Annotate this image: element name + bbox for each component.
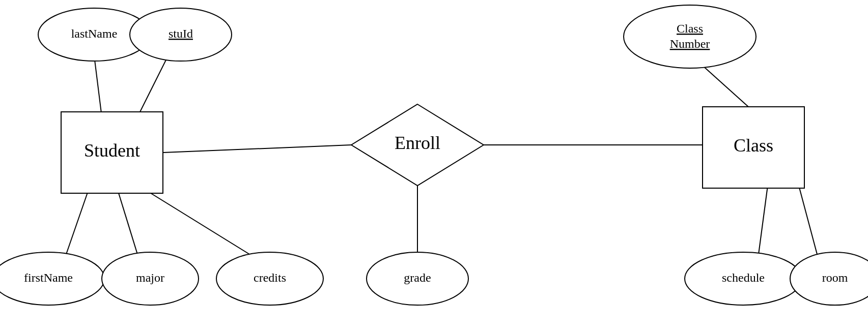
schedule-label: schedule bbox=[722, 271, 765, 284]
class-label: Class bbox=[734, 135, 773, 156]
credits-label: credits bbox=[254, 271, 286, 284]
student-label: Student bbox=[84, 140, 140, 161]
classNumber-line1: Class bbox=[677, 22, 703, 35]
line-classNum-class bbox=[697, 61, 748, 107]
line-major-student bbox=[117, 188, 137, 254]
classNumber-line2: Number bbox=[670, 37, 710, 50]
major-label: major bbox=[136, 271, 164, 284]
er-diagram: Student Class Enroll lastName stuId firs… bbox=[0, 0, 868, 330]
line-firstName-student bbox=[66, 188, 89, 254]
enroll-label: Enroll bbox=[395, 133, 440, 153]
grade-label: grade bbox=[404, 271, 431, 284]
stuId-label: stuId bbox=[169, 27, 193, 40]
line-credits-student bbox=[143, 188, 249, 254]
lastName-label: lastName bbox=[71, 27, 118, 40]
line-student-enroll bbox=[163, 145, 351, 153]
line-schedule-class bbox=[759, 178, 769, 254]
room-label: room bbox=[822, 271, 848, 284]
line-room-class bbox=[797, 178, 817, 254]
diagram-container: Student Class Enroll lastName stuId firs… bbox=[0, 0, 868, 330]
firstName-label: firstName bbox=[24, 271, 73, 284]
line-stuId-student bbox=[137, 56, 168, 117]
line-lastName-student bbox=[94, 56, 102, 117]
